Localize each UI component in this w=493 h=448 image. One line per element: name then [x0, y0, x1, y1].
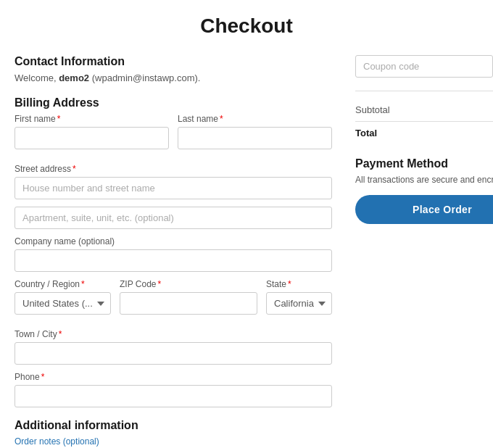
total-label: Total — [355, 128, 377, 138]
zip-group: ZIP Code* — [120, 279, 257, 315]
city-group: Town / City* — [14, 329, 332, 365]
welcome-text: Welcome, — [14, 72, 59, 83]
billing-section: Billing Address First name* Last name* — [14, 96, 332, 407]
last-name-group: Last name* — [178, 114, 332, 149]
total-row: Total $0.00 — [355, 121, 493, 144]
zip-label: ZIP Code* — [120, 279, 257, 289]
last-name-input[interactable] — [178, 127, 332, 149]
city-input[interactable] — [14, 342, 332, 365]
required-star: * — [220, 114, 223, 124]
country-zip-state-row: Country / Region* United States (... ZIP… — [14, 279, 332, 322]
subtotal-label: Subtotal — [355, 104, 390, 115]
payment-section-title: Payment Method — [355, 157, 493, 170]
state-label: State* — [266, 279, 332, 289]
user-email: wpadmin@instawp.com — [95, 72, 194, 83]
order-summary: Subtotal $0.00 Total $0.00 — [355, 91, 493, 144]
phone-label: Phone* — [14, 372, 332, 382]
state-select[interactable]: California — [266, 292, 332, 315]
state-group: State* California — [266, 279, 332, 315]
city-label: Town / City* — [14, 329, 332, 339]
coupon-row: Apply Coupon — [355, 55, 493, 78]
payment-section: Payment Method All transactions are secu… — [355, 157, 493, 224]
notes-label: Order notes (optional) — [14, 436, 332, 447]
required-star: * — [57, 114, 61, 124]
country-select[interactable]: United States (... — [14, 292, 111, 315]
first-name-input[interactable] — [14, 127, 169, 149]
company-group: Company name (optional) — [14, 236, 332, 272]
required-star: * — [288, 279, 291, 289]
coupon-input[interactable] — [355, 55, 493, 78]
required-star: * — [41, 372, 45, 382]
billing-section-title: Billing Address — [14, 96, 332, 109]
street-address-label: Street address* — [14, 164, 332, 174]
first-name-label: First name* — [14, 114, 169, 124]
company-input[interactable] — [14, 249, 332, 272]
contact-info-section: Contact Information Welcome, demo2 (wpad… — [14, 55, 332, 83]
phone-input[interactable] — [14, 385, 332, 407]
page-title: Checkout — [14, 14, 478, 38]
country-group: Country / Region* United States (... — [14, 279, 111, 315]
username: demo2 — [59, 72, 89, 83]
last-name-label: Last name* — [178, 114, 332, 124]
contact-welcome: Welcome, demo2 (wpadmin@instawp.com). — [14, 72, 332, 83]
company-label: Company name (optional) — [14, 236, 332, 246]
additional-section: Additional information Order notes (opti… — [14, 419, 332, 448]
left-column: Contact Information Welcome, demo2 (wpad… — [14, 55, 332, 448]
subtotal-row: Subtotal $0.00 — [355, 99, 493, 121]
street-address-group: Street address* — [14, 164, 332, 199]
name-row: First name* Last name* — [14, 114, 332, 157]
first-name-group: First name* — [14, 114, 169, 149]
country-label: Country / Region* — [14, 279, 111, 289]
phone-group: Phone* — [14, 372, 332, 407]
street-address-input[interactable] — [14, 177, 332, 199]
contact-section-title: Contact Information — [14, 55, 332, 68]
required-star: * — [59, 329, 62, 339]
right-column: Apply Coupon Subtotal $0.00 Total $0.00 … — [355, 55, 493, 448]
zip-input[interactable] — [120, 292, 257, 315]
place-order-button[interactable]: Place Order — [355, 195, 493, 224]
apt-input[interactable] — [14, 207, 332, 229]
apt-group — [14, 207, 332, 229]
required-star: * — [157, 279, 161, 289]
required-star: * — [72, 164, 76, 174]
payment-sub-text: All transactions are secure and encrypte… — [355, 175, 493, 185]
additional-section-title: Additional information — [14, 419, 332, 432]
required-star: * — [81, 279, 85, 289]
